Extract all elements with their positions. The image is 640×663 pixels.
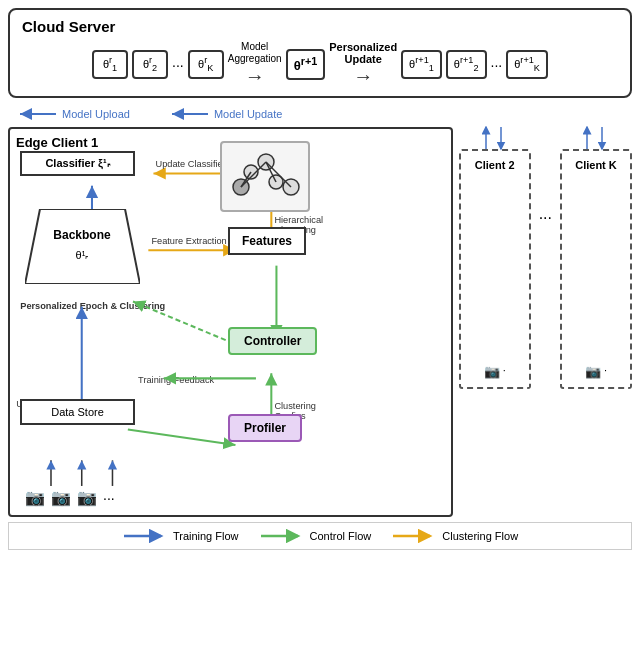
clientk-label: Client K <box>575 159 617 171</box>
classifier-label: Classifier ξ¹ᵣ <box>45 157 109 169</box>
model-center: θr+1 <box>286 49 326 79</box>
client-2-box: 📷 · Client 2 <box>459 149 531 389</box>
profiler-box: Profiler <box>228 414 302 442</box>
dots-right: ··· <box>491 57 503 73</box>
client2-camera-dots: · <box>503 364 506 379</box>
model-theta-1: θr1 <box>92 50 128 80</box>
client2-cameras: 📷 · <box>484 364 506 379</box>
upload-arrow-svg <box>18 106 58 122</box>
model-theta-r1-2: θr+12 <box>446 50 487 80</box>
client-dots: ··· <box>539 149 552 227</box>
svg-text:Feature Extraction: Feature Extraction <box>151 236 226 246</box>
clustering-flow-label: Clustering Flow <box>442 530 518 542</box>
svg-text:Update Classifier: Update Classifier <box>156 159 226 169</box>
profiler-label: Profiler <box>244 421 286 435</box>
client2-arrows-svg <box>471 123 526 151</box>
cluster-graph-svg <box>226 147 306 202</box>
training-arrow-svg <box>122 529 167 543</box>
clientk-camera-dots: · <box>604 364 607 379</box>
svg-text:Clustering: Clustering <box>274 401 316 411</box>
diagram-container: Cloud Server θr1 θr2 ··· θrK ModelAggreg… <box>0 0 640 663</box>
features-label: Features <box>242 234 292 248</box>
legend-training: Training Flow <box>122 529 239 543</box>
upload-label: Model Upload <box>62 108 130 120</box>
clients-area: 📷 · Client 2 ··· 📷 · <box>459 127 632 517</box>
model-theta-k: θrK <box>188 50 224 80</box>
legend: Training Flow Control Flow Clustering Fl… <box>8 522 632 550</box>
clientk-camera-1: 📷 <box>585 364 601 379</box>
svg-text:Backbone: Backbone <box>53 228 111 242</box>
backbone-area: Backbone θ¹ᵣ <box>25 209 140 284</box>
cameras-row: 📷 📷 📷 ··· <box>25 488 115 507</box>
clientk-cameras: 📷 · <box>585 364 607 379</box>
cloud-section: Cloud Server θr1 θr2 ··· θrK ModelAggreg… <box>8 8 632 98</box>
classifier-box: Classifier ξ¹ᵣ <box>20 151 135 176</box>
model-theta-r1-1: θr+11 <box>401 50 442 80</box>
camera-dots: ··· <box>103 490 115 506</box>
aggregation-group: ModelAggregation → <box>228 41 282 88</box>
clustering-box <box>220 141 310 212</box>
client2-label: Client 2 <box>475 159 515 171</box>
client2-camera-1: 📷 <box>484 364 500 379</box>
model-theta-2: θr2 <box>132 50 168 80</box>
cloud-title: Cloud Server <box>22 18 618 35</box>
update-label: Model Update <box>214 108 283 120</box>
edge-section: Edge Client 1 <box>8 127 453 517</box>
svg-text:Hierarchical: Hierarchical <box>274 215 323 225</box>
controller-label: Controller <box>244 334 301 348</box>
features-box: Features <box>228 227 306 255</box>
clustering-arrow-svg <box>391 529 436 543</box>
model-theta-r1-k: θr+1K <box>506 50 548 80</box>
client-k-box: 📷 · Client K <box>560 149 632 389</box>
camera-icon-1: 📷 <box>25 488 45 507</box>
datastore-label: Data Store <box>51 406 104 418</box>
training-flow-label: Training Flow <box>173 530 239 542</box>
aggregation-label: ModelAggregation <box>228 41 282 65</box>
svg-text:Training Feedback: Training Feedback <box>138 375 214 385</box>
control-arrow-svg <box>259 529 304 543</box>
backbone-svg: Backbone θ¹ᵣ <box>25 209 140 284</box>
legend-clustering: Clustering Flow <box>391 529 518 543</box>
svg-text:Personalized Epoch & Clusterin: Personalized Epoch & Clustering <box>20 301 165 311</box>
svg-line-14 <box>128 430 236 445</box>
dots-left: ··· <box>172 57 184 73</box>
control-flow-label: Control Flow <box>310 530 372 542</box>
legend-control: Control Flow <box>259 529 372 543</box>
svg-text:θ¹ᵣ: θ¹ᵣ <box>76 249 89 261</box>
personalized-label: PersonalizedUpdate <box>329 41 397 65</box>
model-upload-arrow: Model Upload <box>18 106 130 122</box>
controller-box: Controller <box>228 327 317 355</box>
svg-marker-26 <box>25 209 140 284</box>
personalized-group: PersonalizedUpdate → <box>329 41 397 88</box>
datastore-box: Data Store <box>20 399 135 425</box>
transfer-row: Model Upload Model Update <box>8 104 632 124</box>
model-update-arrow: Model Update <box>170 106 283 122</box>
camera-icon-3: 📷 <box>77 488 97 507</box>
main-body: Edge Client 1 <box>8 127 632 517</box>
camera-icon-2: 📷 <box>51 488 71 507</box>
update-arrow-svg <box>170 106 210 122</box>
clientk-arrows-svg <box>572 123 627 151</box>
cloud-models-row: θr1 θr2 ··· θrK ModelAggregation → θr+1 … <box>22 41 618 88</box>
